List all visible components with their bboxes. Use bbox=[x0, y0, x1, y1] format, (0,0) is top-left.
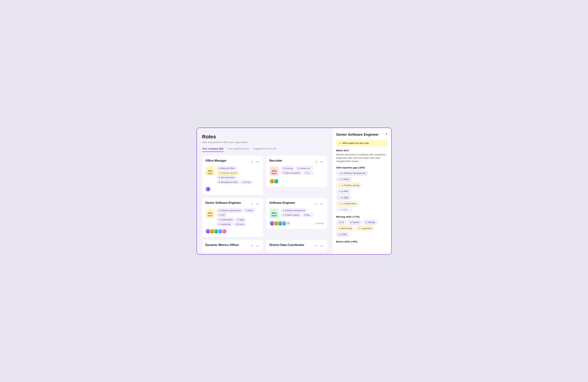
tab-suggested[interactable]: Suggested for you (8) bbox=[253, 147, 276, 152]
match-badge-office-manager: ⚡ 39% match bbox=[205, 167, 215, 176]
missing-tag: ✤ Mentorship bbox=[336, 226, 355, 231]
role-card-senior-software-engineer: Senior Software Engineer ⊙ ••• ⚡ 63% mat… bbox=[202, 198, 263, 237]
arrow-icon: ↠ bbox=[339, 184, 340, 187]
arrow-icon: ↠ bbox=[339, 178, 340, 181]
org-icon: ✤ bbox=[341, 203, 343, 205]
share-btn-recruiter[interactable]: ⊙ bbox=[314, 160, 318, 164]
skill-tag: ⊞Customer focused bbox=[217, 171, 239, 175]
share-btn-software-engineer[interactable]: ⊙ bbox=[314, 202, 318, 206]
missing-skills-grid: ⊞ C# ⊞ Python ⊞ MySQL ✤ Mentorship ✤ Lea… bbox=[336, 220, 388, 237]
skill-tag: ⊞Software development bbox=[217, 209, 243, 212]
match-banner: ✦ 63% match for this role bbox=[336, 140, 388, 146]
arrow-icon: ↠ bbox=[339, 172, 340, 174]
gap-tag: ↠ ⊞ PHP bbox=[336, 189, 351, 194]
avatar bbox=[222, 229, 227, 234]
tab-company[interactable]: Your company (58) bbox=[202, 147, 223, 152]
gap-tag: ↠ ✤ Disc... bbox=[336, 207, 352, 212]
grid-icon: ⊞ bbox=[350, 221, 352, 224]
role-card-district-data-coordinator: District Data Coordinator ⊙ ••• bbox=[266, 240, 327, 252]
arrow-icon: ↠ bbox=[339, 203, 340, 205]
skill-tag: ✤Le... bbox=[303, 171, 313, 175]
menu-btn-district-data-coordinator[interactable]: ••• bbox=[319, 244, 324, 248]
gap-tag: ↠ ⊞ React bbox=[336, 177, 352, 182]
panel-header: Senior Software Engineer × bbox=[336, 132, 388, 137]
missing-tag: ✤ Leadership bbox=[356, 226, 374, 231]
missing-tag: ⊞ C# bbox=[336, 220, 346, 225]
skill-tag: ⊞Human res... bbox=[295, 167, 313, 170]
role-title-office-manager: Office Manager bbox=[205, 159, 227, 162]
tab-department[interactable]: Your department (8) bbox=[228, 147, 249, 152]
share-btn-district-data-coordinator[interactable]: ⊙ bbox=[314, 244, 318, 248]
skill-tag: ✤Microsoft Excel bbox=[217, 176, 236, 179]
grid-icon: ⊞ bbox=[365, 221, 367, 224]
role-card-dynamic-metrics-officer: Dynamic Metrics Officer ⊙ ••• bbox=[202, 240, 263, 252]
avatar bbox=[273, 179, 279, 184]
page-title: Roles bbox=[202, 134, 327, 140]
grid-icon: ✤ bbox=[339, 227, 340, 230]
role-title-recruiter: Recruiter bbox=[270, 159, 282, 162]
skill-gap-list: ↠ ⊞ Software development ↠ ⊞ React ↠ ⊞ P… bbox=[336, 171, 388, 212]
share-btn-dynamic-metrics-officer[interactable]: ⊙ bbox=[250, 244, 254, 248]
grid-icon: ⊞ bbox=[341, 178, 343, 181]
sparkle-icon: ✦ bbox=[339, 142, 341, 145]
left-panel: Roles Jobs and positions within your org… bbox=[197, 128, 332, 254]
missing-tag: ⊞ MySQL bbox=[363, 220, 378, 225]
share-btn-senior-software-engineer[interactable]: ⊙ bbox=[250, 202, 254, 206]
grid-icon: ⊞ bbox=[341, 172, 343, 174]
match-badge-recruiter: ⚡ 41% match bbox=[270, 167, 279, 176]
grid-icon: ✤ bbox=[341, 209, 343, 211]
menu-btn-dynamic-metrics-officer[interactable]: ••• bbox=[255, 244, 260, 248]
match-badge-senior-software-engineer: ⚡ 63% match bbox=[205, 209, 215, 218]
skill-tag: ⊞PHP bbox=[217, 213, 227, 217]
role-title-senior-software-engineer: Senior Software Engineer bbox=[205, 201, 241, 205]
skill-tag: +15 more bbox=[233, 222, 246, 226]
gap-tag: ↠ ✤ Collaboration bbox=[336, 201, 359, 206]
role-card-office-manager: Office Manager ⊙ ••• ⚡ 39% match bbox=[202, 156, 263, 195]
arrow-icon: ↠ bbox=[339, 190, 340, 193]
skill-tag: ✤Agile bbox=[235, 218, 246, 221]
close-button[interactable]: × bbox=[386, 132, 388, 136]
match-badge-software-engineer: ⚡ 81% match bbox=[270, 209, 279, 218]
missing-tag: ⊞ HTML bbox=[336, 232, 350, 237]
gap-tag: ↠ ⊞ Problem solving bbox=[336, 183, 362, 188]
panel-title: Senior Software Engineer bbox=[336, 132, 379, 137]
bonus-skills-title: Bonus skills (+8%) bbox=[336, 240, 388, 243]
skill-tag: ⊞Microsoft Office bbox=[217, 167, 237, 170]
skill-tag: ⊞Software development bbox=[281, 209, 307, 212]
match-banner-text: 63% match for this role bbox=[342, 142, 369, 145]
grid-icon: ⊞ bbox=[341, 190, 343, 193]
avatar bbox=[205, 187, 210, 192]
grid-icon: ⊞ bbox=[341, 196, 343, 199]
role-title-software-engineer: Software Engineer bbox=[270, 201, 295, 205]
grid-icon: ⊞ bbox=[339, 221, 340, 224]
openings-label: 1 opening bbox=[315, 222, 324, 224]
menu-btn-software-engineer[interactable]: ••• bbox=[319, 202, 324, 206]
page-subtitle: Jobs and positions within your organizat… bbox=[202, 141, 327, 144]
skill-tag: ✤Management skills bbox=[217, 180, 239, 184]
gap-tag: ↠ ⊞ Software development bbox=[336, 171, 368, 176]
skill-tag: ⊞Collaboration bbox=[217, 218, 235, 221]
skill-tag: ⊞Sourcing bbox=[281, 167, 295, 170]
menu-btn-senior-software-engineer[interactable]: ••• bbox=[255, 202, 260, 206]
tabs-bar: Your company (58) Your department (8) Su… bbox=[202, 147, 327, 152]
skill-tag: ⊞React bbox=[244, 209, 255, 212]
whats-this-desc: Matches are based on employee skills, ex… bbox=[336, 153, 388, 163]
share-btn-office-manager[interactable]: ⊙ bbox=[250, 160, 254, 164]
detail-panel: Senior Software Engineer × ✦ 63% match f… bbox=[332, 128, 391, 254]
skill-tag: ✤Rea... bbox=[302, 213, 313, 217]
role-title-dynamic-metrics-officer: Dynamic Metrics Officer bbox=[205, 243, 239, 247]
role-title-district-data-coordinator: District Data Coordinator bbox=[270, 243, 304, 247]
menu-btn-recruiter[interactable]: ••• bbox=[319, 160, 324, 164]
roles-grid: Office Manager ⊙ ••• ⚡ 39% match bbox=[202, 156, 327, 252]
menu-btn-office-manager[interactable]: ••• bbox=[255, 160, 260, 164]
arrow-icon: ↠ bbox=[339, 196, 340, 199]
skill-tag: +13 more bbox=[240, 180, 253, 184]
arrow-icon: ↠ bbox=[339, 209, 340, 211]
skill-tag: ⊞Problem solving bbox=[281, 213, 301, 217]
role-card-recruiter: Recruiter ⊙ ••• ⚡ 41% match bbox=[266, 156, 327, 195]
avatar-more: +1 bbox=[286, 221, 291, 226]
gap-tag: ↠ ⊞ Agile bbox=[336, 195, 351, 200]
skill-gap-title: Skill expertise gap (-20%) bbox=[336, 166, 388, 169]
grid-icon: ⊞ bbox=[341, 184, 343, 187]
skill-tag: ✤Talent acquisition bbox=[281, 171, 302, 175]
